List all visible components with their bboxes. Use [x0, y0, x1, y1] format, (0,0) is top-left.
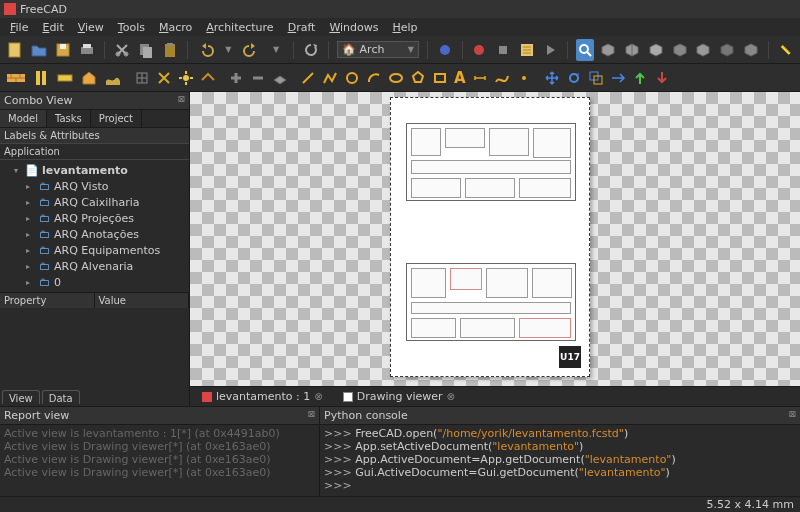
new-icon[interactable] [6, 39, 24, 61]
draft-bspline-icon[interactable] [494, 70, 510, 86]
view-bottom-icon[interactable] [718, 39, 736, 61]
status-coords: 5.52 x 4.14 mm [707, 498, 794, 511]
arch-window-icon[interactable] [134, 70, 150, 86]
svg-point-12 [474, 45, 484, 55]
draft-polygon-icon[interactable] [410, 70, 426, 86]
menu-windows[interactable]: Windows [323, 19, 384, 36]
tab-project[interactable]: Project [91, 110, 142, 127]
cut-icon[interactable] [113, 39, 131, 61]
redo-dropdown-icon[interactable]: ▼ [267, 39, 285, 61]
zoom-fit-icon[interactable] [576, 39, 594, 61]
tab-tasks[interactable]: Tasks [47, 110, 91, 127]
view-top-icon[interactable] [647, 39, 665, 61]
labels-header: Labels & Attributes [0, 128, 189, 144]
stop-icon[interactable] [494, 39, 512, 61]
arch-section-icon[interactable] [156, 70, 172, 86]
doc-tab-drawing[interactable]: Drawing viewer ⊗ [337, 388, 461, 405]
tab-view[interactable]: View [2, 390, 40, 404]
tab-model[interactable]: Model [0, 110, 47, 127]
property-area [0, 308, 189, 388]
undo-icon[interactable] [196, 39, 214, 61]
arch-building-icon[interactable] [80, 69, 98, 87]
tree-item[interactable]: ▸🗀ARQ Anotações [0, 226, 189, 242]
measure-icon[interactable]: 📏 [776, 39, 794, 61]
close-tab-icon[interactable]: ⊗ [447, 391, 455, 402]
draft-ellipse-icon[interactable] [388, 70, 404, 86]
python-console-panel: Python console⊠ >>> FreeCAD.open("/home/… [320, 407, 800, 496]
draft-point-icon[interactable] [516, 70, 532, 86]
arch-mesh-icon[interactable] [272, 70, 288, 86]
doc-tab-levantamento[interactable]: levantamento : 1 ⊗ [196, 388, 329, 405]
draft-rotate-icon[interactable] [566, 70, 582, 86]
report-close-icon[interactable]: ⊠ [307, 409, 315, 422]
view-right-icon[interactable] [671, 39, 689, 61]
tree-item[interactable]: ▸🗀ARQ Projeções [0, 210, 189, 226]
draft-dimension-icon[interactable] [472, 70, 488, 86]
python-close-icon[interactable]: ⊠ [788, 409, 796, 422]
save-icon[interactable] [54, 39, 72, 61]
svg-rect-13 [499, 46, 507, 54]
svg-point-22 [347, 73, 357, 83]
menu-architecture[interactable]: Architecture [200, 19, 279, 36]
draft-text-icon[interactable]: A [454, 69, 466, 87]
menu-help[interactable]: Help [387, 19, 424, 36]
report-log[interactable]: Active view is levantamento : 1[*] (at 0… [0, 425, 319, 496]
record-icon[interactable] [470, 39, 488, 61]
tree-item[interactable]: ▸🗀ARQ Alvenaria [0, 258, 189, 274]
combo-close-icon[interactable]: ⊠ [177, 94, 185, 107]
tree-item[interactable]: ▸🗀ARQ Caixilharia [0, 194, 189, 210]
draft-arc-icon[interactable] [366, 70, 382, 86]
arch-add-icon[interactable] [228, 70, 244, 86]
arch-axis-icon[interactable] [178, 70, 194, 86]
redo-icon[interactable] [243, 39, 261, 61]
app-logo [4, 3, 16, 15]
arch-site-icon[interactable] [104, 69, 122, 87]
view-front-icon[interactable] [623, 39, 641, 61]
tree-item[interactable]: ▸🗀0 [0, 274, 189, 290]
draft-trimex-icon[interactable] [610, 70, 626, 86]
draft-offset-icon[interactable] [588, 70, 604, 86]
menu-draft[interactable]: Draft [282, 19, 322, 36]
draft-line-icon[interactable] [300, 70, 316, 86]
tree-item[interactable]: ▸🗀ARQ Equipamentos [0, 242, 189, 258]
menu-tools[interactable]: Tools [112, 19, 151, 36]
workbench-selector[interactable]: 🏠 Arch ▼ [337, 41, 419, 58]
python-console[interactable]: >>> FreeCAD.open("/home/yorik/levantamen… [320, 425, 800, 496]
svg-rect-17 [36, 71, 40, 85]
draft-circle-icon[interactable] [344, 70, 360, 86]
arch-wall-icon[interactable] [6, 70, 26, 86]
draft-downgrade-icon[interactable] [654, 70, 670, 86]
paste-icon[interactable] [161, 39, 179, 61]
menu-file[interactable]: File [4, 19, 34, 36]
print-icon[interactable] [78, 39, 96, 61]
folder-icon: 🗀 [37, 227, 51, 241]
menu-view[interactable]: View [72, 19, 110, 36]
floor-plan-1 [406, 123, 576, 201]
view-rear-icon[interactable] [694, 39, 712, 61]
menu-macro[interactable]: Macro [153, 19, 198, 36]
undo-dropdown-icon[interactable]: ▼ [220, 39, 238, 61]
tree-item[interactable]: ▸🗀ARQ Visto [0, 178, 189, 194]
draft-wire-icon[interactable] [322, 70, 338, 86]
view-iso-icon[interactable] [600, 39, 618, 61]
draft-rectangle-icon[interactable] [432, 70, 448, 86]
macro-record-icon[interactable] [436, 39, 454, 61]
tab-data[interactable]: Data [42, 390, 80, 404]
tree-root[interactable]: ▾📄levantamento [0, 162, 189, 178]
drawing-canvas[interactable]: U17 [190, 92, 800, 386]
menu-edit[interactable]: Edit [36, 19, 69, 36]
arch-structure-icon[interactable] [32, 69, 50, 87]
play-icon[interactable] [541, 39, 559, 61]
macro-list-icon[interactable] [518, 39, 536, 61]
close-tab-icon[interactable]: ⊗ [314, 391, 322, 402]
open-icon[interactable] [30, 39, 48, 61]
arch-roof-icon[interactable] [200, 70, 216, 86]
refresh-icon[interactable] [302, 39, 320, 61]
copy-icon[interactable] [137, 39, 155, 61]
draft-upgrade-icon[interactable] [632, 70, 648, 86]
arch-floor-icon[interactable] [56, 69, 74, 87]
view-left-icon[interactable] [742, 39, 760, 61]
report-view-panel: Report view⊠ Active view is levantamento… [0, 407, 320, 496]
draft-move-icon[interactable] [544, 70, 560, 86]
arch-remove-icon[interactable] [250, 70, 266, 86]
